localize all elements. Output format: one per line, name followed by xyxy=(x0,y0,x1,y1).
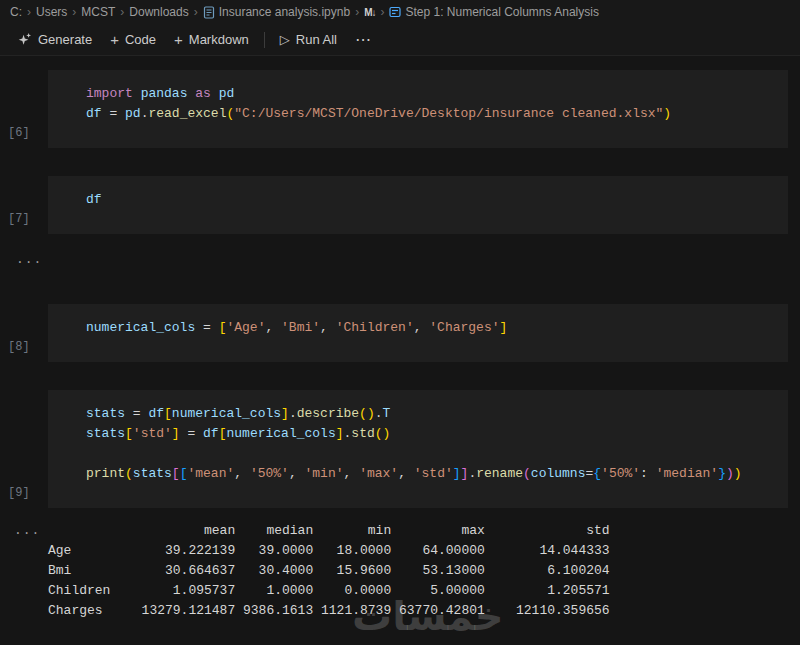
row-label: Bmi xyxy=(48,561,126,581)
code-token: [ xyxy=(125,426,133,441)
breadcrumb-item-drive[interactable]: C: xyxy=(10,5,22,19)
cell-code-editor[interactable]: import pandas as pddf = pd.read_excel("C… xyxy=(48,70,788,148)
output-area: ... meanmedianminmaxstdAge39.22213939.00… xyxy=(0,521,800,621)
notebook-cell: [9]stats = df[numerical_cols].describe()… xyxy=(0,390,788,508)
code-token: pd xyxy=(219,86,235,101)
breadcrumb-item-file[interactable]: Insurance analysis.ipynb xyxy=(203,5,350,19)
code-token: () xyxy=(375,426,391,441)
run-all-button[interactable]: ▷ Run All xyxy=(271,29,346,50)
cell-value: 18.0000 xyxy=(313,541,391,561)
generate-label: Generate xyxy=(38,32,92,47)
code-token: = xyxy=(125,406,148,421)
code-token: . xyxy=(375,406,383,421)
code-token: ] xyxy=(336,426,344,441)
run-all-icon: ▷ xyxy=(280,32,290,47)
table-row: Charges13279.1214879386.16131121.8739637… xyxy=(48,601,800,621)
cell-code-editor[interactable]: df xyxy=(48,176,788,234)
row-label: Charges xyxy=(48,601,126,621)
section-symbol-icon xyxy=(389,6,401,18)
code-token: numerical_cols xyxy=(226,426,335,441)
code-token: } xyxy=(718,466,726,481)
column-header: std xyxy=(485,521,610,541)
code-token: stats xyxy=(86,406,125,421)
plus-icon: + xyxy=(174,32,183,47)
add-code-button[interactable]: + Code xyxy=(101,29,165,50)
notebook-cell: [7]df xyxy=(0,176,788,234)
code-token: = xyxy=(195,320,218,335)
sparkle-icon xyxy=(17,32,32,47)
markdown-cell-icon[interactable]: M↓ xyxy=(364,7,375,18)
cell-value: 0.0000 xyxy=(313,581,391,601)
code-token: 'max' xyxy=(359,466,398,481)
code-token: , xyxy=(234,466,250,481)
code-token: ) xyxy=(663,106,671,121)
code-token: . xyxy=(289,406,297,421)
code-token: numerical_cols xyxy=(172,406,281,421)
code-token: pd xyxy=(125,106,141,121)
breadcrumb-item-section[interactable]: Step 1: Numerical Columns Analysis xyxy=(389,5,598,19)
code-token: 'min' xyxy=(305,466,344,481)
add-markdown-button[interactable]: + Markdown xyxy=(165,29,258,50)
plus-icon: + xyxy=(110,32,119,47)
output-table: meanmedianminmaxstdAge39.22213939.000018… xyxy=(48,521,800,621)
code-token: , xyxy=(289,466,305,481)
code-token: '50%' xyxy=(250,466,289,481)
collapsed-output-indicator[interactable]: ... xyxy=(0,252,800,272)
generate-button[interactable]: Generate xyxy=(8,29,101,50)
row-label: Age xyxy=(48,541,126,561)
code-token: describe xyxy=(297,406,359,421)
cell-value: 63770.42801 xyxy=(391,601,485,621)
code-token: import xyxy=(86,86,133,101)
code-token: df xyxy=(203,426,219,441)
column-header: mean xyxy=(126,521,235,541)
breadcrumb-item-mcst[interactable]: MCST xyxy=(81,5,115,19)
cell-value: 1121.8739 xyxy=(313,601,391,621)
cell-value: 5.00000 xyxy=(391,581,485,601)
cell-value: 1.205571 xyxy=(485,581,610,601)
cell-value: 64.00000 xyxy=(391,541,485,561)
notebook-cells: [6]import pandas as pddf = pd.read_excel… xyxy=(0,56,800,508)
code-token: , xyxy=(414,320,430,335)
output-collapsed-indicator[interactable]: ... xyxy=(14,523,40,538)
notebook-cell: [8]numerical_cols = ['Age', 'Bmi', 'Chil… xyxy=(0,304,788,362)
code-token: 'Age' xyxy=(226,320,265,335)
breadcrumb-separator: › xyxy=(27,5,31,19)
code-token: , xyxy=(320,320,336,335)
header-spacer xyxy=(48,521,126,541)
code-token: [ xyxy=(172,466,180,481)
column-header: max xyxy=(391,521,485,541)
breadcrumb-separator: › xyxy=(380,5,384,19)
code-token: 'std' xyxy=(414,466,453,481)
breadcrumb-separator: › xyxy=(194,5,198,19)
code-token: ] xyxy=(281,406,289,421)
cell-code-editor[interactable]: stats = df[numerical_cols].describe().Ts… xyxy=(48,390,788,508)
file-name: Insurance analysis.ipynb xyxy=(219,5,350,19)
code-token: T xyxy=(383,406,391,421)
code-token: 'mean' xyxy=(187,466,234,481)
code-token: ) xyxy=(726,466,734,481)
cell-value: 30.664637 xyxy=(126,561,235,581)
code-token: , xyxy=(344,466,360,481)
table-row: Age39.22213939.000018.000064.0000014.044… xyxy=(48,541,800,561)
more-actions-button[interactable]: ⋯ xyxy=(346,27,381,52)
cell-code-editor[interactable]: numerical_cols = ['Age', 'Bmi', 'Childre… xyxy=(48,304,788,362)
execution-count: [7] xyxy=(8,212,30,226)
code-token: ] xyxy=(453,466,461,481)
code-line: import pandas as pd xyxy=(86,84,772,104)
section-title: Step 1: Numerical Columns Analysis xyxy=(405,5,598,19)
column-header: median xyxy=(235,521,313,541)
cell-value: 14.044333 xyxy=(485,541,610,561)
code-line: stats = df[numerical_cols].describe().T xyxy=(86,404,772,424)
code-token: stats xyxy=(86,426,125,441)
cell-value: 6.100204 xyxy=(485,561,610,581)
code-token: = xyxy=(102,106,125,121)
code-token: as xyxy=(195,86,211,101)
execution-count: [9] xyxy=(8,486,30,500)
execution-count: [6] xyxy=(8,126,30,140)
breadcrumb-item-users[interactable]: Users xyxy=(36,5,67,19)
code-token xyxy=(211,86,219,101)
notebook-toolbar: Generate + Code + Markdown ▷ Run All ⋯ xyxy=(0,24,800,56)
code-token: ( xyxy=(523,466,531,481)
code-token: 'std' xyxy=(133,426,172,441)
breadcrumb-item-downloads[interactable]: Downloads xyxy=(129,5,188,19)
